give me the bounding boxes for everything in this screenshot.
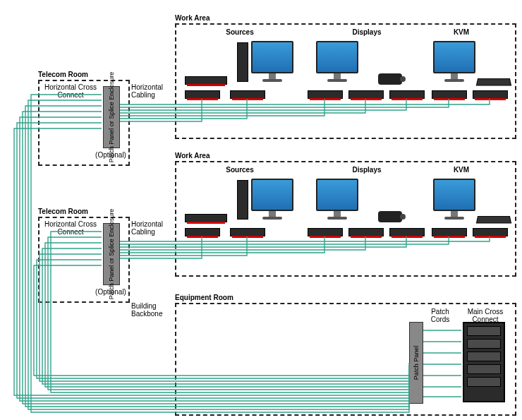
- equipment-room-patch-label: Patch Panel: [413, 346, 420, 380]
- wa2-endpoint-3: [308, 228, 343, 236]
- work-area-2-sources-label: Sources: [219, 166, 261, 174]
- work-area-2-title: Work Area: [175, 152, 210, 160]
- telecom-room-1-optional: (Optional): [90, 151, 131, 159]
- wa1-source-device: [185, 76, 227, 85]
- telecom-room-1-title: Telecom Room: [38, 71, 88, 78]
- wa1-projector: [378, 73, 402, 85]
- building-backbone-label: Building Backbone: [131, 302, 171, 318]
- wa2-endpoint-1: [185, 228, 220, 236]
- work-area-1-kvm-label: KVM: [447, 28, 475, 36]
- telecom-room-2-optional: (Optional): [90, 288, 131, 296]
- wa1-endpoint-2: [230, 90, 265, 99]
- wa2-projector: [378, 211, 402, 222]
- wa2-endpoint-4: [348, 228, 384, 236]
- wa1-endpoint-5: [389, 90, 425, 99]
- wa1-endpoint-7: [473, 90, 508, 99]
- telecom-room-2-patch-panel: Patch Panel or Splice Enclosure: [103, 223, 120, 285]
- wa1-keyboard: [476, 78, 511, 86]
- work-area-2-displays-label: Displays: [346, 166, 388, 174]
- wa1-endpoint-1: [185, 90, 220, 99]
- wa2-source-tower: [237, 180, 248, 220]
- wa2-display-monitor: [316, 179, 358, 220]
- server-slot: [467, 326, 501, 336]
- wa1-endpoint-3: [308, 90, 343, 99]
- work-area-1-sources-label: Sources: [219, 28, 261, 36]
- wa2-endpoint-2: [230, 228, 265, 236]
- wa1-source-tower: [237, 42, 248, 82]
- wa1-kvm-monitor: [433, 41, 475, 82]
- wa1-source-monitor: [251, 41, 293, 82]
- work-area-1-displays-label: Displays: [346, 28, 388, 36]
- wa1-endpoint-4: [348, 90, 384, 99]
- server-rack: [463, 322, 505, 402]
- wa1-endpoint-6: [432, 90, 467, 99]
- wa2-source-monitor: [251, 179, 293, 220]
- telecom-room-2-cross-connect: Horizontal Cross Connect: [42, 220, 99, 236]
- telecom-room-1-cross-connect: Horizontal Cross Connect: [42, 83, 99, 99]
- wa2-source-device: [185, 214, 227, 222]
- wa2-endpoint-5: [389, 228, 425, 236]
- wa1-display-monitor: [316, 41, 358, 82]
- equipment-room-title: Equipment Room: [175, 294, 233, 301]
- telecom-room-1-patch-label: Patch Panel or Splice Enclosure: [108, 72, 115, 163]
- wa2-endpoint-6: [432, 228, 467, 236]
- server-slot: [467, 352, 501, 361]
- telecom-room-1-horizontal-cabling: Horizontal Cabling: [131, 83, 171, 99]
- telecom-room-1-patch-panel: Patch Panel or Splice Enclosure: [103, 86, 120, 148]
- server-slot: [467, 339, 501, 349]
- telecom-room-2-horizontal-cabling: Horizontal Cabling: [131, 220, 171, 236]
- main-cross-connect-label: Main Cross Connect: [457, 308, 514, 323]
- telecom-room-2-patch-label: Patch Panel or Splice Enclosure: [108, 209, 115, 300]
- wa2-kvm-monitor: [433, 179, 475, 220]
- equipment-room-patch-panel: Patch Panel: [409, 322, 423, 404]
- server-slot: [467, 377, 501, 387]
- telecom-room-2-title: Telecom Room: [38, 208, 88, 215]
- patch-cords-label: Patch Cords: [426, 308, 454, 323]
- server-slot: [467, 364, 501, 374]
- wa2-endpoint-7: [473, 228, 508, 236]
- work-area-2-kvm-label: KVM: [447, 166, 475, 174]
- work-area-1-title: Work Area: [175, 14, 210, 22]
